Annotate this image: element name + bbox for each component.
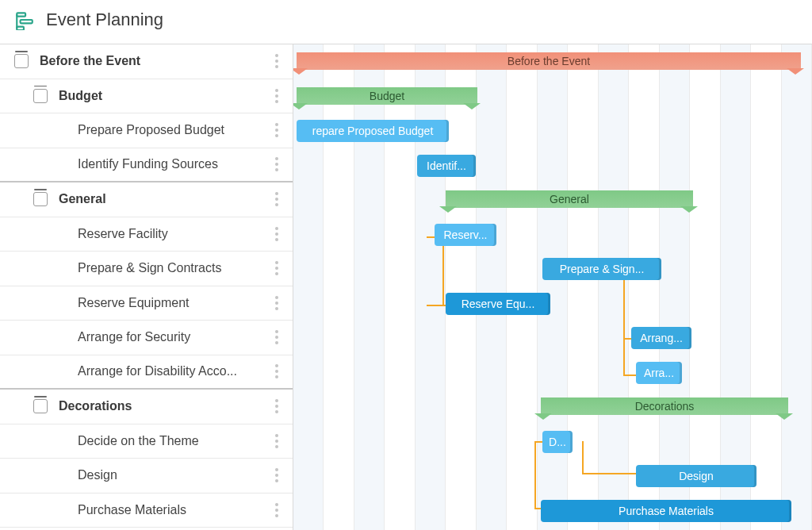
gantt-row: Prepare & Sign... [293,252,812,286]
tree-row-identify-funding[interactable]: Identify Funding Sources [0,148,293,183]
row-label: Arrange for Security [78,330,269,344]
gantt-row: Before the Event [293,44,812,79]
svg-rect-0 [17,13,25,16]
more-icon[interactable] [269,222,285,246]
gantt-icon [14,10,35,30]
more-icon[interactable] [269,49,285,73]
task-bar-reserve-equipment[interactable]: Reserve Equ... [446,293,550,315]
svg-rect-2 [17,26,24,29]
tree-row-reserve-facility[interactable]: Reserve Facility [0,217,293,252]
summary-end-icon [776,413,793,420]
summary-bar-general[interactable]: General [446,190,693,208]
more-icon[interactable] [269,394,285,418]
summary-bar-decorations[interactable]: Decorations [541,398,788,415]
summary-end-icon [680,206,698,213]
tree-row-general[interactable]: General [0,182,293,217]
tree-row-before-event[interactable]: Before the Event [0,44,293,79]
gantt-chart[interactable]: Before the Event Budget repare Proposed … [293,44,812,530]
task-bar-identify-funding[interactable]: Identif... [417,155,476,177]
summary-end-icon [293,103,308,109]
task-tree-panel: Before the Event Budget Prepare Proposed… [0,44,293,530]
task-bar-decide-theme[interactable]: D... [542,431,573,453]
task-bar-purchase-materials[interactable]: Purchase Materials [541,500,791,522]
more-icon[interactable] [269,325,285,349]
collapse-button[interactable] [33,399,48,413]
page-title: Event Planning [46,10,163,30]
more-icon[interactable] [269,84,285,108]
row-label: Arrange for Disability Acco... [78,364,269,378]
gantt-row: Identif... [293,148,812,183]
gantt-row: Budget [293,79,812,114]
task-bar-arrange-disability[interactable]: Arra... [636,362,682,384]
row-label: Reserve Equipment [78,296,269,310]
summary-bar-budget[interactable]: Budget [297,87,477,105]
more-icon[interactable] [269,359,285,383]
gantt-row: Design [293,459,812,494]
gantt-row: Arrang... [293,321,812,355]
row-label: Purchase Materials [78,503,269,517]
tree-row-decorations[interactable]: Decorations [0,390,293,424]
row-label: Prepare & Sign Contracts [78,261,269,275]
row-label: Design [78,468,269,482]
tree-row-reserve-equipment[interactable]: Reserve Equipment [0,286,293,321]
row-label: Decorations [59,399,269,413]
collapse-button[interactable] [33,192,48,206]
row-label: Reserve Facility [78,227,269,241]
header: Event Planning [0,0,812,44]
row-label: Before the Event [40,54,269,68]
row-label: Identify Funding Sources [78,157,269,171]
more-icon[interactable] [269,187,285,211]
gantt-row: Arra... [293,355,812,390]
tree-row-arrange-security[interactable]: Arrange for Security [0,321,293,355]
task-bar-arrange-security[interactable]: Arrang... [631,327,691,349]
row-label: Budget [59,89,269,103]
summary-bar-before-event[interactable]: Before the Event [297,52,801,70]
svg-rect-1 [21,20,33,23]
summary-end-icon [787,68,804,75]
task-bar-design[interactable]: Design [636,465,756,487]
summary-end-icon [534,413,552,420]
gantt-row: repare Proposed Budget [293,113,812,148]
tree-row-arrange-disability[interactable]: Arrange for Disability Acco... [0,355,293,390]
tree-row-design[interactable]: Design [0,459,293,494]
more-icon[interactable] [269,498,285,522]
row-label: Prepare Proposed Budget [78,123,269,137]
summary-end-icon [463,103,481,109]
tree-row-prepare-sign[interactable]: Prepare & Sign Contracts [0,252,293,286]
more-icon[interactable] [269,463,285,487]
task-bar-prepare-budget[interactable]: repare Proposed Budget [297,120,449,142]
tree-row-purchase-materials[interactable]: Purchase Materials [0,494,293,528]
more-icon[interactable] [269,429,285,453]
gantt-row: Purchase Materials [293,494,812,528]
task-bar-prepare-sign[interactable]: Prepare & Sign... [542,258,661,280]
more-icon[interactable] [269,291,285,315]
row-label: General [59,192,269,206]
gantt-row: Reserve Equ... [293,286,812,321]
gantt-row: General [293,182,812,217]
more-icon[interactable] [269,152,285,176]
gantt-row: Decorations [293,390,812,424]
tree-row-budget[interactable]: Budget [0,79,293,114]
tree-row-decide-theme[interactable]: Decide on the Theme [0,424,293,459]
tree-row-prepare-budget[interactable]: Prepare Proposed Budget [0,113,293,148]
more-icon[interactable] [269,256,285,280]
row-label: Decide on the Theme [78,434,269,448]
gantt-row: D... [293,424,812,459]
more-icon[interactable] [269,118,285,142]
summary-end-icon [293,68,308,75]
task-bar-reserve-facility[interactable]: Reserv... [435,224,496,246]
collapse-button[interactable] [33,89,48,103]
collapse-button[interactable] [14,54,29,68]
gantt-row: Reserv... [293,217,812,252]
summary-end-icon [439,206,457,213]
